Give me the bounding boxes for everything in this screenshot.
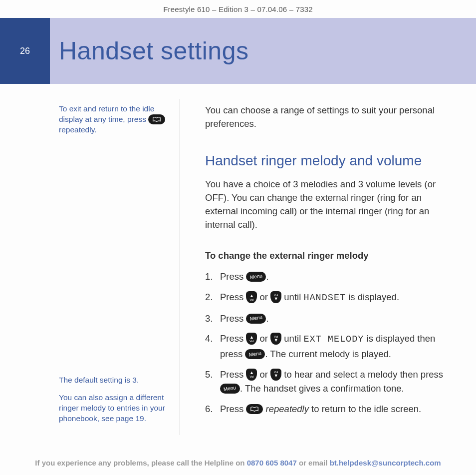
down-button-icon: Vol▼ [270,333,281,345]
step-5: Press ▲Vol or Vol▼ to hear and select a … [205,368,456,396]
procedure-steps: Press Menu. Press ▲Vol or Vol▼ until HAN… [205,270,456,416]
section-heading: Handset ringer melody and volume [205,151,456,171]
lcd-text-ext-melody: EXT MELODY [303,334,364,345]
step-4: Press ▲Vol or Vol▼ until EXT MELODY is d… [205,332,456,361]
down-button-icon: Vol▼ [270,291,281,303]
content-area: To exit and return to the idle display a… [0,95,456,445]
sidebar-note-text: To exit and return to the idle display a… [59,104,154,123]
document-meta-header: Freestyle 610 – Edition 3 – 07.04.06 – 7… [0,5,476,13]
emphasis-repeatedly: repeatedly [266,404,309,414]
menu-button-icon: Menu [245,349,265,359]
intro-paragraph: You can choose a range of settings to su… [205,104,456,131]
step-2: Press ▲Vol or Vol▼ until HANDSET is disp… [205,290,456,306]
page-number: 26 [0,18,50,84]
lcd-text-handset: HANDSET [303,293,346,303]
procedure-heading: To change the external ringer melody [205,249,456,263]
sidebar-notes: To exit and return to the idle display a… [0,95,180,445]
step-1: Press Menu. [205,270,456,284]
manual-page: Freestyle 610 – Edition 3 – 07.04.06 – 7… [0,0,476,475]
section-body: You have a choice of 3 melodies and 3 vo… [205,178,456,231]
helpline-phone: 0870 605 8047 [247,459,297,467]
title-bar: Handset settings [50,18,476,84]
menu-button-icon: Menu [220,384,240,394]
up-button-icon: ▲Vol [246,333,257,345]
main-column: You can choose a range of settings to su… [180,95,456,445]
phonebook-icon [148,114,165,124]
menu-button-icon: Menu [246,272,266,282]
sidebar-note-exit: To exit and return to the idle display a… [59,104,166,135]
helpline-footer: If you experience any problems, please c… [0,459,476,467]
sidebar-note-assign: You can also assign a different ringer m… [59,393,166,424]
step-3: Press Menu. [205,312,456,326]
up-button-icon: ▲Vol [246,291,257,303]
page-title: Handset settings [50,36,248,65]
helpline-email: bt.helpdesk@suncorptech.com [330,459,441,467]
phonebook-icon [246,404,263,414]
down-button-icon: Vol▼ [270,369,281,381]
up-button-icon: ▲Vol [246,369,257,381]
sidebar-note-default: The default setting is 3. [59,375,166,386]
step-6: Press repeatedly to return to the idle s… [205,402,456,417]
menu-button-icon: Menu [246,314,266,324]
sidebar-note-text: repeatedly. [59,125,97,134]
